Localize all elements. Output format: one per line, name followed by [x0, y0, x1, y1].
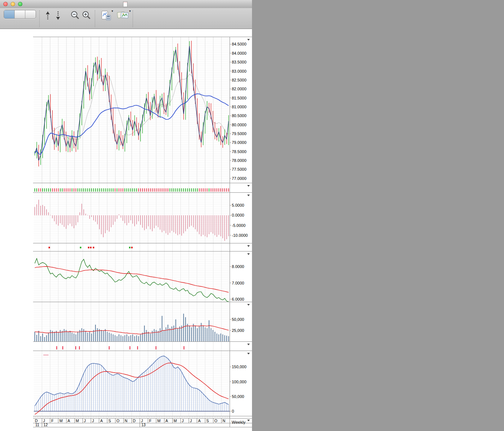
toolbar-separator	[95, 10, 95, 27]
month-label: M	[174, 419, 177, 423]
templates-button[interactable]: ▾	[117, 10, 129, 21]
force-legend	[35, 352, 48, 356]
month-label: A	[165, 419, 168, 423]
axis-tick-label: 78.0000	[232, 158, 246, 163]
zoom-out-icon	[70, 10, 80, 21]
axis-tick-label: 77.5000	[232, 167, 246, 171]
axis-tick-label: 83.0000	[232, 69, 246, 73]
month-label: N	[125, 419, 127, 423]
axis-tick-label: 0.0000	[232, 213, 244, 217]
line-tool[interactable]	[14, 10, 25, 18]
axis-tick-label: 81.0000	[232, 105, 246, 109]
axis-tick-label: 6.0000	[232, 297, 244, 301]
prev-icon	[44, 10, 51, 21]
desktop: DJFMAMJJASONDJFMAMJJASON11121384.500084.…	[0, 0, 504, 431]
month-label: M	[76, 419, 79, 423]
templates-icon	[117, 10, 129, 21]
indicators-icon	[101, 10, 112, 21]
axis-tick-label: 150,000	[232, 365, 246, 369]
axis-tick-label: -10.0000	[232, 233, 248, 238]
month-label: S	[108, 419, 111, 423]
year-label: 13	[141, 423, 146, 427]
month-label: O	[215, 419, 217, 423]
year-label: 12	[43, 423, 48, 427]
axis-tick-label: 0	[232, 409, 234, 413]
month-label: N	[223, 419, 226, 423]
text-tool[interactable]	[25, 10, 36, 18]
year-label: 11	[35, 423, 39, 427]
chart-canvas[interactable]: DJFMAMJJASONDJFMAMJJASON11121384.500084.…	[33, 37, 252, 431]
axis-tick-label: 7.0000	[232, 281, 244, 285]
window-weekly: DJFMAMJJASONDJFMAMJJASON11121384.500084.…	[0, 0, 252, 431]
axis-tick-label: 8.0000	[232, 264, 244, 269]
axis-tick-label: 80.5000	[232, 113, 246, 118]
axis-tick-label: 79.5000	[232, 131, 246, 136]
axis-tick-label: 50,000	[232, 317, 244, 322]
toolbar-separator	[39, 10, 40, 27]
axis-tick-label: 84.5000	[232, 42, 246, 46]
month-label: M	[157, 419, 161, 423]
month-label: J	[92, 419, 94, 423]
wma-strip-legend	[35, 184, 48, 188]
prev-button[interactable]	[44, 10, 51, 21]
window-title	[0, 1, 252, 7]
document-proxy-icon	[123, 1, 127, 7]
zoom-in-icon	[82, 10, 91, 21]
toolbar-separator	[133, 10, 133, 27]
month-label: A	[68, 419, 70, 423]
titlebar[interactable]	[0, 0, 252, 8]
axis-tick-label: 81.5000	[232, 96, 246, 100]
chevron-down-icon: ▾	[111, 9, 113, 13]
axis-tick-label: 79.0000	[232, 140, 246, 145]
month-label: A	[198, 419, 201, 423]
axis-tick-label: 82.0000	[232, 87, 246, 91]
next-button[interactable]	[55, 10, 61, 21]
month-label: J	[190, 419, 192, 423]
month-label: S	[206, 419, 209, 423]
volume-legend	[35, 303, 43, 307]
axis-tick-label: 83.5000	[232, 60, 246, 64]
month-label: A	[100, 419, 103, 423]
axis-tick-label: 100,000	[232, 380, 246, 384]
month-label: J	[84, 419, 86, 423]
toolbar: ▾▾	[0, 8, 252, 29]
chevron-down-icon: ▾	[129, 9, 131, 13]
axis-tick-label: -5.0000	[232, 223, 245, 228]
axis-tick-label: 25,000	[232, 328, 244, 333]
axis-tick-label: 78.5000	[232, 149, 246, 154]
axis-tick-label: 80.0000	[232, 123, 246, 127]
force-ma-glyph	[43, 355, 48, 355]
axis-tick-label: 82.5000	[232, 78, 246, 82]
month-label: J	[182, 419, 184, 423]
month-label: F	[149, 419, 151, 423]
month-label: D	[133, 419, 136, 423]
month-label: O	[116, 419, 119, 423]
next-icon	[55, 10, 61, 21]
indicators-button[interactable]: ▾	[101, 10, 112, 21]
axis-tick-label: 84.0000	[232, 51, 246, 55]
axis-tick-label: 77.0000	[232, 176, 246, 181]
tool-mode-group	[4, 10, 36, 19]
month-label: F	[51, 419, 53, 423]
axis-tick-label: 50,000	[232, 394, 244, 399]
timeframe-selector[interactable]: Weekly	[232, 420, 246, 424]
month-label: M	[60, 419, 63, 423]
tool-mode-segmented-control[interactable]	[4, 10, 36, 19]
zoom-out-button[interactable]	[70, 10, 80, 21]
zoom-in-button[interactable]	[82, 10, 91, 21]
axis-tick-label: 5.0000	[232, 203, 244, 207]
pointer-tool[interactable]	[4, 10, 14, 18]
